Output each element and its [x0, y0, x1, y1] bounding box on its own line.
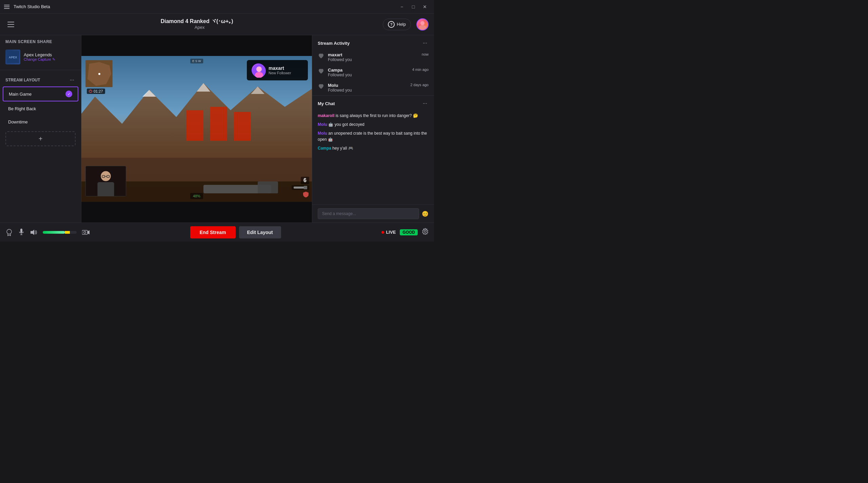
stream-preview: E S W 01:27: [81, 56, 312, 202]
svg-point-7: [419, 25, 426, 30]
svg-rect-17: [234, 112, 251, 141]
notif-username: maxart: [269, 65, 291, 71]
layout-section-header: Stream Layout ···: [0, 73, 81, 86]
microphone-icon[interactable]: [18, 229, 24, 236]
activity-info-3: Molu Followed you: [328, 83, 407, 93]
camera-icon[interactable]: [82, 229, 90, 235]
svg-rect-37: [304, 186, 307, 189]
svg-marker-42: [31, 230, 34, 235]
my-chat-header: My Chat ···: [312, 96, 434, 110]
svg-rect-3: [7, 22, 14, 22]
layout-item-label: Downtime: [8, 119, 28, 124]
chat-user-3[interactable]: Molu: [318, 131, 327, 136]
svg-rect-0: [4, 5, 9, 5]
quality-badge: GOOD: [400, 229, 418, 235]
notif-text: maxart New Follower: [269, 65, 291, 75]
activity-action-3: Followed you: [328, 88, 407, 93]
close-button[interactable]: ✕: [420, 3, 430, 11]
stream-activity-more-button[interactable]: ···: [421, 39, 429, 47]
header-center: Diamond 4 Ranked ヾ(･ω+｡)ゞ Apex: [161, 18, 239, 31]
heart-icon-3: [318, 83, 324, 90]
minimap-svg: [86, 60, 113, 87]
help-icon: ?: [388, 21, 395, 28]
shield-icon: [302, 191, 309, 198]
timer-display: 01:27: [87, 89, 105, 94]
hud-bottom-right: 6: [292, 177, 309, 198]
layout-item-main-game[interactable]: Main Game ✓: [3, 86, 78, 101]
add-layout-icon: +: [39, 135, 43, 143]
my-chat-section: My Chat ··· makaroll is sang always the …: [312, 96, 434, 223]
svg-rect-5: [7, 26, 14, 27]
window-controls: − □ ✕: [397, 3, 430, 11]
edit-layout-button[interactable]: Edit Layout: [239, 226, 281, 238]
sidebar-toggle[interactable]: [5, 19, 16, 30]
chat-user-4[interactable]: Campa: [318, 146, 331, 151]
active-check-icon: ✓: [65, 91, 72, 97]
weapon-icon: [294, 186, 307, 189]
chat-message-2: Molu 🤖 you got decoyed: [318, 121, 429, 128]
activity-time-1: now: [422, 52, 429, 56]
svg-text:APEX: APEX: [9, 56, 17, 59]
activity-time-3: 2 days ago: [410, 83, 429, 87]
settings-icon[interactable]: [422, 228, 429, 236]
minimize-button[interactable]: −: [397, 3, 407, 11]
chat-messages: makaroll is sang always the first to run…: [312, 110, 434, 205]
ammo-display: 6: [301, 177, 309, 184]
source-game-name: Apex Legends: [24, 52, 76, 57]
bottom-left-controls: [5, 229, 90, 236]
svg-point-45: [84, 231, 86, 233]
bottom-bar: End Stream Edit Layout LIVE GOOD: [0, 223, 434, 242]
speaker-icon[interactable]: [30, 229, 37, 235]
main-layout: Main Screen Share APEX Apex Legends Chan…: [0, 35, 434, 223]
layout-item-downtime[interactable]: Downtime: [3, 116, 78, 128]
layout-item-label: Main Game: [9, 92, 32, 97]
chat-input-area: 😊: [312, 205, 434, 223]
my-chat-more-button[interactable]: ···: [421, 100, 429, 107]
bottom-center-controls: End Stream Edit Layout: [190, 226, 281, 238]
svg-marker-44: [87, 230, 90, 234]
chat-input[interactable]: [318, 208, 419, 219]
activity-info-2: Campa Followed you: [328, 67, 409, 77]
right-sidebar: Stream Activity ··· maxart Followed you …: [312, 35, 434, 223]
svg-rect-2: [4, 8, 9, 9]
help-button[interactable]: ? Help: [383, 19, 411, 30]
stream-activity-header: Stream Activity ···: [312, 35, 434, 50]
stream-activity-section: Stream Activity ··· maxart Followed you …: [312, 35, 434, 96]
chat-user-1[interactable]: makaroll: [318, 113, 334, 118]
svg-rect-43: [82, 230, 87, 234]
follower-notification: maxart New Follower: [247, 60, 308, 80]
change-capture-link[interactable]: Change Capture ✎: [24, 57, 76, 62]
meter-fill-yellow: [65, 231, 70, 234]
titlebar-menu-icon[interactable]: [4, 5, 9, 9]
maximize-button[interactable]: □: [408, 3, 418, 11]
webcam-video: [86, 166, 126, 196]
activity-info-1: maxart Followed you: [328, 52, 418, 62]
microphone-svg: [18, 229, 24, 236]
layout-item-be-right-back[interactable]: Be Right Back: [3, 103, 78, 115]
end-stream-button[interactable]: End Stream: [190, 226, 236, 238]
user-avatar[interactable]: [416, 18, 429, 31]
source-item: APEX Apex Legends Change Capture ✎: [0, 47, 81, 67]
svg-point-28: [256, 66, 262, 72]
compass-text: E S W: [192, 59, 201, 63]
webcam-overlay: [85, 166, 126, 196]
health-bars: 48%: [190, 193, 203, 199]
apex-game-thumb: APEX: [5, 50, 20, 64]
activity-time-2: 4 min ago: [412, 67, 429, 72]
achievement-icon[interactable]: [5, 229, 13, 236]
app-title: Twitch Studio Beta: [14, 4, 397, 9]
my-chat-title: My Chat: [318, 101, 335, 106]
minimap: [85, 60, 113, 87]
emoji-button[interactable]: 😊: [422, 211, 429, 217]
app-header: Diamond 4 Ranked ヾ(･ω+｡)ゞ Apex ? Help: [0, 14, 434, 35]
chat-message-1: makaroll is sang always the first to run…: [318, 113, 429, 119]
stream-title: Diamond 4 Ranked ヾ(･ω+｡)ゞ: [161, 18, 239, 25]
add-layout-button[interactable]: +: [5, 131, 76, 146]
layout-section-title: Stream Layout: [5, 78, 40, 82]
health-value: 48%: [190, 193, 203, 199]
layout-more-button[interactable]: ···: [68, 76, 76, 84]
svg-rect-36: [294, 187, 305, 189]
source-section-header: Main Screen Share: [0, 35, 81, 47]
chat-user-2[interactable]: Molu: [318, 122, 327, 127]
notif-avatar: [252, 63, 265, 77]
